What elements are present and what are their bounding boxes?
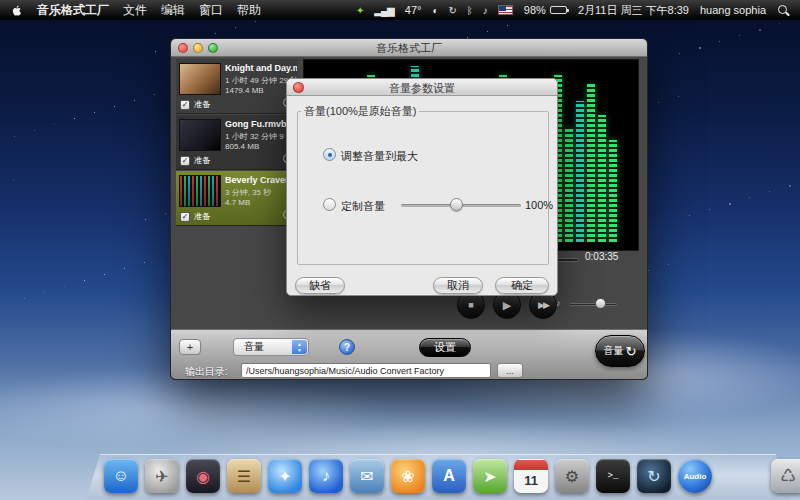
dock-notes-icon[interactable]: ☰	[227, 459, 261, 493]
volume-slider-thumb[interactable]	[595, 298, 606, 309]
dock-photo-booth-icon[interactable]: ◉	[186, 459, 220, 493]
dock-photos-icon[interactable]: ❀	[391, 459, 425, 493]
menu-app-name[interactable]: 音乐格式工厂	[37, 2, 109, 19]
output-path-field[interactable]	[241, 363, 491, 378]
bluetooth-icon[interactable]: ᛒ	[467, 5, 472, 16]
radio-max-volume-label[interactable]: 调整音量到最大	[341, 149, 418, 164]
elapsed-time: 0:03:35	[585, 251, 618, 262]
file-status-label: 准备	[194, 99, 210, 110]
speaker-icon: ♪	[556, 298, 561, 308]
dialog-titlebar[interactable]: 音量参数设置	[287, 79, 557, 96]
menu-file[interactable]: 文件	[123, 2, 147, 19]
dock-launchpad-icon[interactable]: ✈	[145, 459, 179, 493]
play-icon: ▶	[503, 299, 511, 312]
default-button[interactable]: 缺省	[295, 277, 345, 294]
file-size: 805.4 MB	[225, 142, 259, 151]
help-button[interactable]: ?	[339, 339, 355, 355]
cancel-button[interactable]: 取消	[433, 277, 483, 294]
radio-max-volume[interactable]	[323, 148, 336, 161]
custom-volume-slider-thumb[interactable]	[450, 198, 463, 211]
dock-mail-icon[interactable]: ✉	[350, 459, 384, 493]
file-list-item[interactable]: Knight and Day.m4v 1 小时 49 分钟 29 秒 1479.…	[176, 59, 298, 114]
file-size: 1479.4 MB	[225, 86, 264, 95]
dock-app-store-icon[interactable]: A	[432, 459, 466, 493]
display-icon[interactable]: ◐	[432, 5, 437, 16]
dock: ☺ ✈ ◉ ☰ ✦ ♪ ✉ ❀ A ➤ 11 ⚙ >_ ↻ Audio ♺	[0, 436, 800, 500]
add-file-button[interactable]: +	[179, 339, 201, 355]
file-checkbox[interactable]: ✓	[180, 100, 190, 110]
output-dir-label: 输出目录:	[185, 365, 228, 379]
dock-audio-convert-icon[interactable]: Audio	[678, 459, 712, 493]
convert-button[interactable]: 音量 ↻	[595, 335, 645, 367]
dock-calendar-icon[interactable]: 11	[514, 459, 548, 493]
battery-icon	[550, 6, 567, 14]
dock-time-machine-icon[interactable]: ↻	[637, 459, 671, 493]
custom-volume-value: 100%	[525, 199, 553, 211]
dock-safari-icon[interactable]: ✦	[268, 459, 302, 493]
menu-help[interactable]: 帮助	[237, 2, 261, 19]
activity-icon[interactable]: ▂▄▆	[374, 5, 393, 16]
battery-status[interactable]: 98%	[524, 4, 567, 16]
radio-custom-volume[interactable]	[323, 198, 336, 211]
file-name: Knight and Day.m4v	[225, 63, 297, 73]
browse-button[interactable]: ...	[497, 363, 523, 378]
dock-trash-icon[interactable]: ♺	[771, 459, 800, 493]
user-menu[interactable]: huang sophia	[700, 4, 766, 16]
dock-system-preferences-icon[interactable]: ⚙	[555, 459, 589, 493]
file-status-label: 准备	[194, 211, 210, 222]
settings-button[interactable]: 设置	[419, 338, 471, 357]
refresh-icon: ↻	[626, 344, 637, 359]
stop-icon: ■	[468, 300, 473, 310]
dock-finder-icon[interactable]: ☺	[104, 459, 138, 493]
file-checkbox[interactable]: ✓	[180, 212, 190, 222]
menu-edit[interactable]: 编辑	[161, 2, 185, 19]
battery-percent: 98%	[524, 4, 546, 16]
app-extra-icon[interactable]: ✦	[356, 5, 363, 16]
popup-arrows-icon: ▲▼	[292, 340, 307, 354]
preset-popup-label: 音量	[244, 340, 264, 354]
convert-label: 音量	[604, 344, 624, 358]
temperature-status[interactable]: 47°	[405, 4, 422, 16]
calendar-day: 11	[524, 470, 538, 492]
file-checkbox[interactable]: ✓	[180, 156, 190, 166]
radio-custom-volume-label[interactable]: 定制音量	[341, 199, 385, 214]
dialog-title: 音量参数设置	[287, 81, 557, 96]
volume-icon[interactable]: ♪	[483, 5, 487, 16]
menu-window[interactable]: 窗口	[199, 2, 223, 19]
dock-terminal-icon[interactable]: >_	[596, 459, 630, 493]
volume-settings-dialog: 音量参数设置 音量(100%是原始音量) 调整音量到最大 定制音量 100% 缺…	[286, 78, 558, 296]
calendar-strip	[514, 460, 548, 470]
apple-menu-icon[interactable]	[10, 3, 23, 18]
volume-groupbox	[297, 111, 549, 265]
dock-maps-icon[interactable]: ➤	[473, 459, 507, 493]
volume-slider[interactable]	[569, 303, 617, 306]
preset-popup[interactable]: 音量 ▲▼	[233, 338, 309, 356]
window-title: 音乐格式工厂	[171, 41, 647, 56]
audio-thumbnail	[179, 175, 221, 207]
sync-icon[interactable]: ↻	[448, 5, 455, 16]
menu-bar: 音乐格式工厂 文件 编辑 窗口 帮助 ✦ ▂▄▆ 47° ◐ ↻ ᛒ ♪ 98%…	[0, 0, 800, 20]
volume-group-label: 音量(100%是原始音量)	[301, 104, 419, 119]
forward-icon: ▶▶	[538, 300, 548, 310]
video-thumbnail	[179, 119, 221, 151]
ok-button[interactable]: 确定	[495, 277, 549, 294]
file-status-label: 准备	[194, 155, 210, 166]
spotlight-icon[interactable]	[777, 4, 790, 17]
file-size: 4.7 MB	[225, 198, 250, 207]
dock-itunes-icon[interactable]: ♪	[309, 459, 343, 493]
input-language-flag-icon[interactable]	[498, 5, 513, 15]
video-thumbnail	[179, 63, 221, 95]
window-titlebar[interactable]: 音乐格式工厂	[171, 39, 647, 57]
file-list-item-selected[interactable]: Beverly Craven -... 3 分钟, 35 秒 4.7 MB ✓ …	[176, 171, 298, 226]
file-list-item[interactable]: Gong Fu.rmvb 1 小时 32 分钟 9 秒 805.4 MB ✓ 准…	[176, 115, 298, 170]
menubar-clock[interactable]: 2月11日 周三 下午8:39	[578, 3, 689, 18]
